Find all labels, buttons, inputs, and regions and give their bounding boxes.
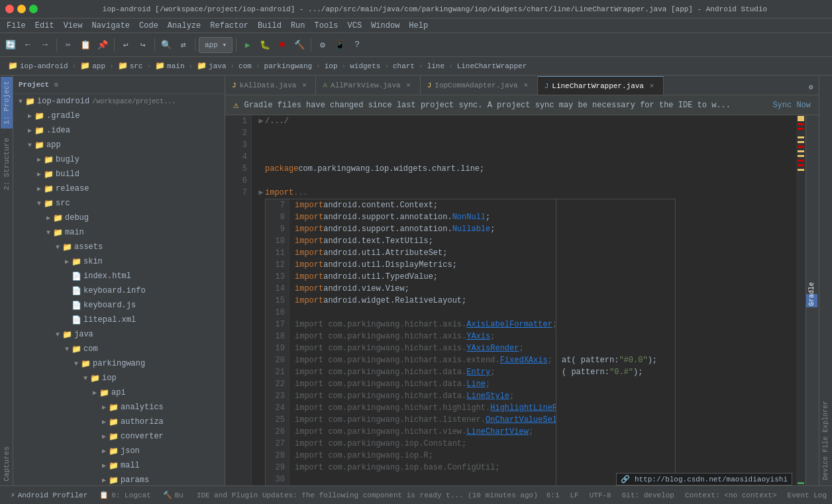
toolbar-help[interactable]: ? <box>349 37 365 53</box>
menu-help[interactable]: Help <box>405 19 432 33</box>
tree-item-build[interactable]: ▶ 📁 build <box>13 167 225 181</box>
structure-panel-label[interactable]: 2: Structure <box>1 134 13 194</box>
sync-now-link[interactable]: Sync Now <box>772 101 811 110</box>
tree-item-keyboard-info[interactable]: 📄 keyboard.info <box>13 283 225 298</box>
tab-allparkview[interactable]: A AllParkView.java × <box>316 76 420 95</box>
gradle-label[interactable]: Gradle <box>806 294 817 307</box>
nav-iop[interactable]: iop <box>322 61 340 72</box>
nav-src[interactable]: 📁 src <box>115 60 146 72</box>
fold-icon[interactable]: ▶ <box>257 115 265 127</box>
tree-item-idea[interactable]: ▶ 📁 .idea <box>13 123 225 138</box>
menu-analyze[interactable]: Analyze <box>164 19 205 33</box>
maximize-button[interactable] <box>29 5 38 13</box>
menu-tools[interactable]: Tools <box>311 19 342 33</box>
nav-parkingwang[interactable]: parkingwang <box>262 61 315 72</box>
nav-widgets[interactable]: widgets <box>347 61 383 72</box>
run-config-dropdown[interactable]: app ▾ <box>199 37 233 53</box>
nav-com[interactable]: com <box>236 61 254 72</box>
tree-item-parkingwang[interactable]: ▼ 📁 parkingwang <box>13 356 225 371</box>
tab-close-btn[interactable]: × <box>647 81 656 91</box>
tree-item-java[interactable]: ▼ 📁 java <box>13 327 225 342</box>
fold-icon-import[interactable]: ▶ <box>257 187 265 199</box>
event-log-label[interactable]: Event Log <box>788 491 827 499</box>
toolbar-redo[interactable]: ↪ <box>135 37 151 53</box>
menu-refactor[interactable]: Refactor <box>206 19 252 33</box>
tree-item-iop[interactable]: ▼ 📁 iop <box>13 371 225 385</box>
close-button[interactable] <box>5 5 14 13</box>
tree-item-json[interactable]: ▶ 📁 json <box>13 444 225 458</box>
tree-item-keyboard-js[interactable]: 📄 keyboard.js <box>13 298 225 313</box>
nav-line[interactable]: line <box>425 61 447 72</box>
nav-main[interactable]: 📁 main <box>152 60 187 72</box>
menu-run[interactable]: Run <box>287 19 309 33</box>
device-file-label[interactable]: Device File Explorer <box>819 76 832 485</box>
toolbar-back[interactable]: ← <box>20 37 36 53</box>
tree-item-root[interactable]: ▼ 📁 iop-android /workspace/project... <box>13 94 225 109</box>
nav-iop-android[interactable]: 📁 iop-android <box>5 60 71 72</box>
tree-item-litepal[interactable]: 📄 litepal.xml <box>13 313 225 327</box>
menu-vcs[interactable]: VCS <box>344 19 366 33</box>
tree-item-authoriza[interactable]: ▶ 📁 authoriza <box>13 415 225 429</box>
tree-item-main[interactable]: ▼ 📁 main <box>13 225 225 240</box>
toolbar-build[interactable]: 🔨 <box>291 37 307 53</box>
toolbar-copy[interactable]: 📋 <box>78 37 93 53</box>
tab-close-btn[interactable]: × <box>299 81 309 90</box>
editor-tab-bar: J kAllData.java × A AllParkView.java × J… <box>225 76 819 95</box>
tab-iopcommadapter[interactable]: J IopCommAdapter.java × <box>421 76 538 95</box>
toolbar-undo[interactable]: ↩ <box>118 37 134 53</box>
bottom-tab-logcat[interactable]: 📋 6: Logcat <box>94 488 156 503</box>
bottom-tab-build[interactable]: 🔨 Bu <box>158 488 189 503</box>
panel-gear[interactable]: ⚙ <box>54 81 58 89</box>
menu-edit[interactable]: Edit <box>31 19 58 33</box>
menu-window[interactable]: Window <box>367 19 403 33</box>
nav-java[interactable]: 📁 java <box>194 60 229 72</box>
menu-navigate[interactable]: Navigate <box>87 19 134 33</box>
tree-item-params[interactable]: ▶ 📁 params <box>13 473 225 485</box>
tab-close-btn[interactable]: × <box>404 81 413 90</box>
tree-item-mall[interactable]: ▶ 📁 mall <box>13 458 225 473</box>
tab-close-btn[interactable]: × <box>521 81 531 90</box>
nav-chart[interactable]: chart <box>390 61 417 72</box>
code-content[interactable]: ▶ /.../ package com.parkingwang.iop.widg… <box>252 115 796 485</box>
toolbar-replace[interactable]: ⇄ <box>176 37 191 53</box>
tree-item-src[interactable]: ▼ 📁 src <box>13 196 225 211</box>
project-panel-label[interactable]: 1: Project <box>1 77 13 128</box>
tree-item-api[interactable]: ▶ 📁 api <box>13 385 225 400</box>
tab-kalldata[interactable]: J kAllData.java × <box>225 76 316 95</box>
toolbar-cut[interactable]: ✂ <box>60 37 76 53</box>
toolbar-forward[interactable]: → <box>37 37 53 53</box>
toolbar-run[interactable]: ▶ <box>240 37 256 53</box>
captures-panel-label[interactable]: Captures <box>1 442 13 485</box>
separator-5 <box>236 38 236 52</box>
toolbar-search[interactable]: 🔍 <box>158 37 174 53</box>
tree-item-bugly[interactable]: ▶ 📁 bugly <box>13 152 225 167</box>
menu-build[interactable]: Build <box>254 19 286 33</box>
tree-item-assets[interactable]: ▼ 📁 assets <box>13 240 225 254</box>
tree-item-release[interactable]: ▶ 📁 release <box>13 181 225 196</box>
toolbar-paste[interactable]: 📌 <box>95 37 111 53</box>
toolbar-sync[interactable]: 🔄 <box>3 37 19 53</box>
minimize-button[interactable] <box>17 5 26 13</box>
toolbar-debug[interactable]: 🐛 <box>257 37 273 53</box>
nav-linecharter[interactable]: LineChartWrapper <box>454 61 530 72</box>
nav-app[interactable]: 📁 app <box>78 60 108 72</box>
tree-item-analytics[interactable]: ▶ 📁 analytics <box>13 400 225 415</box>
tab-settings-btn[interactable]: ⚙ <box>803 79 819 95</box>
tree-item-app[interactable]: ▼ 📁 app <box>13 138 225 152</box>
tree-item-com[interactable]: ▼ 📁 com <box>13 342 225 356</box>
tree-item-index[interactable]: 📄 index.html <box>13 269 225 283</box>
menu-code[interactable]: Code <box>135 19 162 33</box>
tree-item-converter[interactable]: ▶ 📁 converter <box>13 429 225 444</box>
menu-file[interactable]: File <box>3 19 30 33</box>
toolbar-avd[interactable]: 📱 <box>332 37 348 53</box>
file-tree-scroll[interactable]: ▼ 📁 iop-android /workspace/project... ▶ … <box>13 94 225 485</box>
window-controls[interactable] <box>5 5 38 13</box>
tree-item-gradle[interactable]: ▶ 📁 .gradle <box>13 109 225 123</box>
toolbar-sdk[interactable]: ⚙ <box>315 37 331 53</box>
tab-linecharter[interactable]: J LineChartWrapper.java × <box>538 76 664 95</box>
bottom-tab-profiler[interactable]: ⚡ Android Profiler <box>5 488 93 503</box>
tree-item-debug[interactable]: ▶ 📁 debug <box>13 211 225 225</box>
menu-view[interactable]: View <box>60 19 87 33</box>
toolbar-stop[interactable]: ■ <box>274 37 290 53</box>
tree-item-skin[interactable]: ▶ 📁 skin <box>13 254 225 269</box>
